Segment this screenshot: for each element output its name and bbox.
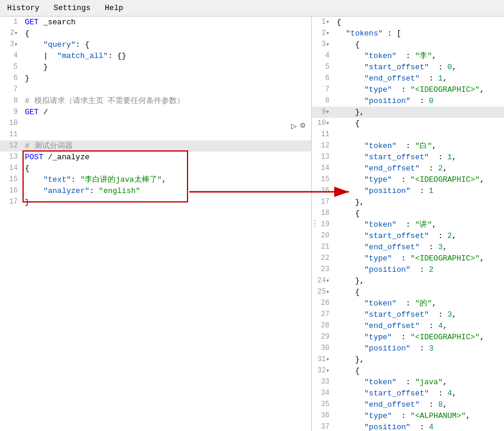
left-line-12: 12# 测试分词器: [0, 140, 311, 152]
line-content-left-9: GET /: [22, 107, 311, 118]
line-number-right-14: 14: [312, 163, 334, 174]
line-number-right-29: 29: [312, 332, 334, 343]
line-content-right-32: {: [334, 365, 504, 377]
line-content-right-3: {: [334, 39, 504, 50]
line-number-left-6: 6: [0, 73, 22, 84]
line-number-left-1: 1: [0, 17, 22, 28]
line-number-right-28: 28: [312, 320, 334, 332]
line-number-right-16: 16: [312, 185, 334, 197]
left-line-8: 8# 模拟请求（请求主页 不需要任何条件参数）: [0, 95, 311, 107]
left-code-editor[interactable]: 1GET _search2▾{3▾ "query": {4 | "match_a…: [0, 17, 311, 431]
line-content-right-6: "end_offset" : 1,: [334, 73, 504, 84]
line-content-right-35: "end_offset" : 8,: [334, 399, 504, 410]
right-line-22: 22 "type" : "<IDEOGRAPHIC>",: [312, 253, 504, 264]
line-content-right-16: "position" : 1: [334, 185, 504, 197]
menu-settings[interactable]: Settings: [47, 1, 98, 15]
line-number-left-12: 12: [0, 140, 22, 152]
right-line-3: 3▾ {: [312, 39, 504, 50]
line-content-right-25: {: [334, 287, 504, 298]
line-number-left-11: 11: [0, 129, 22, 140]
right-line-5: 5 "start_offset" : 0,: [312, 62, 504, 73]
line-content-right-33: "token" : "java",: [334, 377, 504, 388]
fold-arrow-right[interactable]: ▾: [326, 278, 329, 284]
line-number-right-6: 6: [312, 73, 334, 84]
line-number-right-25: 25▾: [312, 287, 334, 298]
left-line-11: 11: [0, 129, 311, 140]
menu-help[interactable]: Help: [98, 1, 130, 15]
line-content-right-1: {: [334, 17, 504, 28]
line-number-right-22: 22: [312, 253, 334, 264]
wrench-icon[interactable]: ⚙: [301, 120, 305, 132]
panel-divider[interactable]: ⋮: [310, 218, 319, 230]
right-line-35: 35 "end_offset" : 8,: [312, 399, 504, 410]
line-number-right-9: 9▾: [312, 107, 334, 118]
line-content-right-26: "token" : "的",: [334, 298, 504, 309]
menubar: History Settings Help: [0, 0, 504, 17]
left-line-16: 16 "analyzer": "english": [0, 185, 311, 197]
line-content-right-24: },: [334, 275, 504, 287]
right-line-10: 10▾ {: [312, 118, 504, 129]
line-content-left-13: POST /_analyze: [22, 152, 311, 163]
fold-arrow-right[interactable]: ▾: [326, 368, 329, 374]
editor-area: 1GET _search2▾{3▾ "query": {4 | "match_a…: [0, 17, 504, 431]
play-icon[interactable]: ▷: [291, 120, 297, 132]
right-line-21: 21 "end_offset" : 3,: [312, 242, 504, 253]
line-number-right-35: 35: [312, 399, 334, 410]
left-line-6: 6}: [0, 73, 311, 84]
line-content-right-4: "token" : "李",: [334, 50, 504, 62]
line-number-right-13: 13: [312, 152, 334, 163]
line-content-right-7: "type" : "<IDEOGRAPHIC>",: [334, 84, 504, 95]
right-line-19: 19 "token" : "讲",: [312, 219, 504, 230]
line-number-right-11: 11: [312, 129, 334, 140]
line-number-left-10: 10: [0, 118, 22, 129]
line-content-right-28: "end_offset" : 4,: [334, 320, 504, 332]
line-content-left-12: # 测试分词器: [22, 140, 311, 152]
line-content-left-2: {: [22, 28, 311, 39]
left-line-15: 15 "text": "李白讲的java太棒了",: [0, 174, 311, 185]
right-line-13: 13 "start_offset" : 1,: [312, 152, 504, 163]
line-content-right-20: "start_offset" : 2,: [334, 230, 504, 242]
menu-history[interactable]: History: [0, 1, 47, 15]
line-content-right-27: "start_offset" : 3,: [334, 309, 504, 320]
fold-arrow-right[interactable]: ▾: [326, 120, 329, 127]
line-number-right-27: 27: [312, 309, 334, 320]
right-code-editor[interactable]: 1▾{2▾ "tokens" : [3▾ {4 "token" : "李",5 …: [312, 17, 504, 431]
left-line-17: 17}: [0, 197, 311, 208]
right-line-37: 37 "position" : 4: [312, 422, 504, 431]
left-panel: 1GET _search2▾{3▾ "query": {4 | "match_a…: [0, 17, 312, 431]
fold-arrow-right[interactable]: ▾: [326, 109, 329, 115]
left-line-14: 14{: [0, 163, 311, 174]
line-number-right-34: 34: [312, 388, 334, 399]
right-line-36: 36 "type" : "<ALPHANUM>",: [312, 410, 504, 422]
left-line-3: 3▾ "query": {: [0, 39, 311, 50]
right-line-27: 27 "start_offset" : 3,: [312, 309, 504, 320]
line-number-right-17: 17: [312, 197, 334, 208]
line-content-right-21: "end_offset" : 3,: [334, 242, 504, 253]
line-number-right-36: 36: [312, 410, 334, 422]
right-line-14: 14 "end_offset" : 2,: [312, 163, 504, 174]
fold-arrow-right[interactable]: ▾: [326, 356, 329, 363]
right-line-34: 34 "start_offset" : 4,: [312, 388, 504, 399]
right-line-24: 24▾ },: [312, 275, 504, 287]
right-line-9: 9▾ },: [312, 107, 504, 118]
fold-arrow-right[interactable]: ▾: [326, 289, 329, 295]
line-content-left-3: "query": {: [22, 39, 311, 50]
fold-arrow-right[interactable]: ▾: [326, 30, 329, 37]
line-number-right-31: 31▾: [312, 354, 334, 365]
fold-arrow[interactable]: ▾: [14, 41, 18, 48]
fold-arrow[interactable]: ▾: [14, 30, 18, 37]
right-line-32: 32▾ {: [312, 365, 504, 377]
line-content-left-15: "text": "李白讲的java太棒了",: [22, 174, 311, 185]
right-line-33: 33 "token" : "java",: [312, 377, 504, 388]
line-number-right-15: 15: [312, 174, 334, 185]
fold-arrow-right[interactable]: ▾: [326, 41, 329, 48]
line-content-right-34: "start_offset" : 4,: [334, 388, 504, 399]
right-line-2: 2▾ "tokens" : [: [312, 28, 504, 39]
fold-arrow-right[interactable]: ▾: [326, 19, 329, 25]
line-content-right-29: "type" : "<IDEOGRAPHIC>",: [334, 332, 504, 343]
line-content-left-6: }: [22, 73, 311, 84]
right-panel: 1▾{2▾ "tokens" : [3▾ {4 "token" : "李",5 …: [312, 17, 504, 431]
line-content-right-23: "position" : 2: [334, 264, 504, 275]
line-number-right-4: 4: [312, 50, 334, 62]
line-content-right-12: "token" : "白",: [334, 140, 504, 152]
